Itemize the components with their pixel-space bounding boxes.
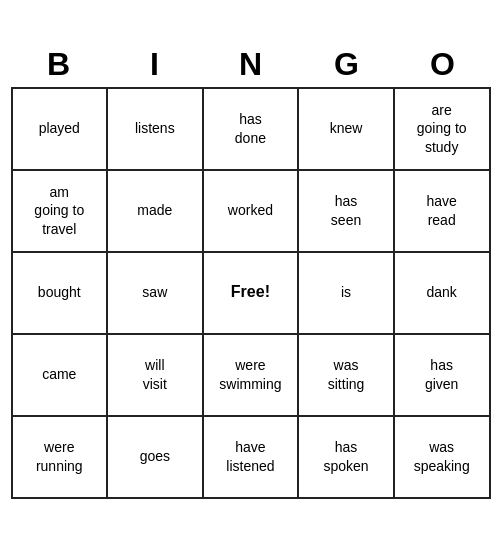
bingo-header: B I N G O [11,46,491,83]
cell-r3-c1: willvisit [107,334,202,416]
header-n: N [205,46,297,83]
cell-r0-c3: knew [298,88,394,170]
cell-r1-c0: amgoing totravel [12,170,108,252]
cell-r2-c1: saw [107,252,202,334]
cell-r2-c2: Free! [203,252,299,334]
cell-r1-c1: made [107,170,202,252]
cell-r4-c0: wererunning [12,416,108,498]
table-row: playedlistenshasdoneknewaregoing tostudy [12,88,490,170]
cell-r3-c2: wereswimming [203,334,299,416]
cell-r4-c1: goes [107,416,202,498]
bingo-table: playedlistenshasdoneknewaregoing tostudy… [11,87,491,499]
cell-r0-c2: hasdone [203,88,299,170]
table-row: boughtsawFree!isdank [12,252,490,334]
cell-r1-c4: haveread [394,170,490,252]
cell-r3-c4: hasgiven [394,334,490,416]
cell-r0-c0: played [12,88,108,170]
header-i: I [109,46,201,83]
cell-r1-c3: hasseen [298,170,394,252]
header-b: B [13,46,105,83]
header-o: O [397,46,489,83]
cell-r2-c0: bought [12,252,108,334]
table-row: wererunninggoeshavelistenedhasspokenwass… [12,416,490,498]
table-row: camewillvisitwereswimmingwassittinghasgi… [12,334,490,416]
cell-r0-c4: aregoing tostudy [394,88,490,170]
cell-r2-c4: dank [394,252,490,334]
bingo-card-container: B I N G O playedlistenshasdoneknewaregoi… [11,46,491,499]
cell-r3-c3: wassitting [298,334,394,416]
cell-r0-c1: listens [107,88,202,170]
cell-r1-c2: worked [203,170,299,252]
cell-r2-c3: is [298,252,394,334]
cell-r3-c0: came [12,334,108,416]
cell-r4-c2: havelistened [203,416,299,498]
cell-r4-c4: wasspeaking [394,416,490,498]
table-row: amgoing totravelmadeworkedhasseenhaverea… [12,170,490,252]
cell-r4-c3: hasspoken [298,416,394,498]
header-g: G [301,46,393,83]
